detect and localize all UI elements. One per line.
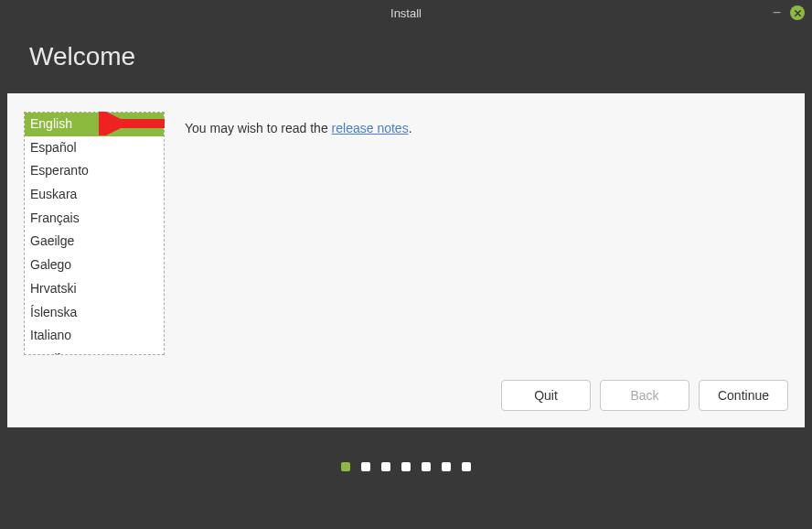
info-suffix: . — [409, 121, 412, 135]
window-controls: − — [773, 5, 805, 20]
language-option[interactable]: English — [25, 113, 164, 136]
window-title: Install — [390, 6, 422, 20]
quit-button[interactable]: Quit — [501, 380, 591, 411]
language-option[interactable]: Español — [25, 136, 164, 160]
header: Welcome — [0, 26, 812, 93]
continue-button[interactable]: Continue — [699, 380, 788, 411]
language-option[interactable]: Gaeilge — [25, 230, 164, 254]
language-list[interactable]: EnglishEspañolEsperantoEuskaraFrançaisGa… — [24, 112, 165, 355]
step-dot — [341, 462, 350, 471]
step-dot — [401, 462, 411, 471]
titlebar: Install − — [0, 0, 812, 26]
close-button[interactable] — [790, 5, 805, 20]
page-title: Welcome — [29, 42, 783, 71]
close-icon — [794, 9, 802, 17]
step-dot — [422, 462, 431, 471]
info-prefix: You may wish to read the — [185, 121, 332, 135]
info-text: You may wish to read the release notes. — [185, 112, 412, 409]
language-option[interactable]: Français — [25, 207, 164, 231]
language-option[interactable]: Íslenska — [25, 301, 164, 325]
button-row: Quit Back Continue — [501, 380, 788, 411]
step-indicator — [0, 427, 812, 506]
language-option[interactable]: Esperanto — [25, 159, 164, 183]
minimize-button[interactable]: − — [773, 5, 781, 20]
language-option[interactable]: Kurdî — [25, 348, 164, 355]
language-option[interactable]: Hrvatski — [25, 277, 164, 301]
language-option[interactable]: Galego — [25, 254, 164, 277]
step-dot — [462, 462, 471, 471]
language-option[interactable]: Italiano — [25, 324, 164, 348]
release-notes-link[interactable]: release notes — [332, 121, 409, 135]
step-dot — [442, 462, 451, 471]
content-area: EnglishEspañolEsperantoEuskaraFrançaisGa… — [7, 93, 805, 427]
back-button[interactable]: Back — [600, 380, 689, 411]
step-dot — [381, 462, 390, 471]
step-dot — [361, 462, 370, 471]
language-option[interactable]: Euskara — [25, 183, 164, 207]
